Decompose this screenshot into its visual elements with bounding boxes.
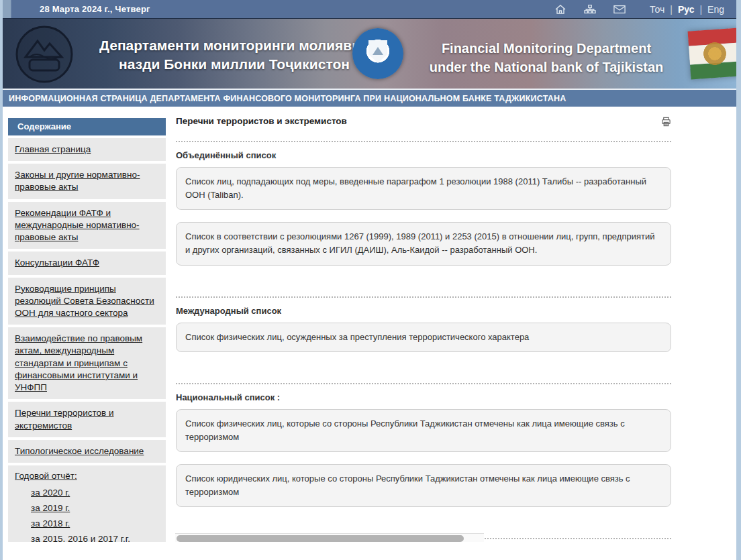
sidebar-header: Содержание [8, 118, 166, 135]
section-heading: Объединённый список [176, 150, 671, 160]
current-date: 28 Марта 2024 г., Четверг [40, 4, 150, 14]
sidebar-item-label[interactable]: Перечни террористов и экстремистов [15, 408, 113, 430]
dotted-separator [176, 296, 671, 298]
main-content: Перечни террористов и экстремистов Объед… [176, 112, 671, 542]
sidebar-item-laws[interactable]: Законы и другие нормативно-правовые акты [8, 164, 166, 199]
sidebar-item-label[interactable]: Законы и другие нормативно-правовые акты [15, 170, 140, 192]
horizontal-scrollbar[interactable] [175, 533, 484, 542]
list-item-taliban-1988[interactable]: Список лиц, подпадающих под меры, введен… [176, 167, 671, 210]
sidebar-year-label[interactable]: за 2015, 2016 и 2017 г.г. [31, 534, 130, 542]
header-title-tajik-line1: Департаменти мониторинги молиявии [87, 36, 382, 55]
lang-rus[interactable]: Рус [678, 4, 695, 15]
print-icon[interactable] [661, 117, 671, 127]
sitemap-icon[interactable] [584, 4, 596, 15]
header-title-english-line2: under the National bank of Tajikistan [405, 58, 687, 76]
sidebar-item-label[interactable]: Рекомендации ФАТФ и международные нормат… [15, 208, 140, 242]
sidebar-item-label[interactable]: Типологическое исследование [15, 446, 144, 456]
sidebar-item-interaction[interactable]: Взаимодействие по правовым актам, междун… [8, 327, 166, 399]
sidebar-annual-report-block: Годовой отчёт: за 2020 г. за 2019 г. за … [8, 465, 166, 542]
top-bar: 28 Марта 2024 г., Четверг Точ | Рус | En… [3, 0, 736, 18]
mail-icon[interactable] [613, 4, 626, 15]
section-national-list: Национальный список : Список физических … [176, 392, 671, 539]
site-header: Департаменти мониторинги молиявии назди … [3, 18, 736, 89]
header-title-tajik: Департаменти мониторинги молиявии назди … [87, 36, 382, 74]
section-international-list: Международный список Список физических л… [176, 306, 671, 383]
sidebar-year-2020[interactable]: за 2020 г. [31, 485, 159, 500]
sidebar-year-2019[interactable]: за 2019 г. [31, 500, 159, 516]
sidebar-item-label[interactable]: Консультации ФАТФ [15, 258, 99, 268]
list-item-isil-alqaida-1267[interactable]: Список в соответствии с резолюциями 1267… [176, 222, 671, 265]
info-banner: ИНФОРМАЦИОННАЯ СТРАНИЦА ДЕПАРТАМЕНТА ФИН… [3, 89, 736, 107]
sidebar-item-label[interactable]: Взаимодействие по правовым актам, междун… [15, 333, 142, 392]
sidebar-year-label[interactable]: за 2018 г. [31, 518, 70, 528]
sidebar-item-fatf-consultations[interactable]: Консультации ФАТФ [8, 251, 166, 274]
list-item-national-individuals[interactable]: Список физических лиц, которые со сторон… [176, 409, 671, 452]
section-unified-list: Объединённый список Список лиц, подпадаю… [176, 150, 671, 296]
lang-separator: | [670, 4, 673, 15]
sidebar-item-typology-research[interactable]: Типологическое исследование [8, 440, 166, 463]
sidebar-item-un-guidelines[interactable]: Руководящие принципы резолюций Совета Бе… [8, 278, 166, 325]
list-item-national-legal-entities[interactable]: Список юридических лиц, которые со сторо… [176, 464, 671, 507]
sidebar-year-2018[interactable]: за 2018 г. [31, 516, 159, 531]
info-banner-text: ИНФОРМАЦИОННАЯ СТРАНИЦА ДЕПАРТАМЕНТА ФИН… [9, 94, 566, 103]
sidebar: Содержание Главная страница Законы и дру… [8, 118, 166, 542]
list-item-convicted-persons[interactable]: Список физических лиц, осужденных за пре… [176, 323, 671, 352]
sidebar-item-label[interactable]: Руководящие принципы резолюций Совета Бе… [15, 284, 154, 318]
lang-separator: | [699, 4, 702, 15]
sidebar-year-2015-2017[interactable]: за 2015, 2016 и 2017 г.г. [31, 531, 159, 542]
lang-toj[interactable]: Точ [650, 4, 664, 15]
section-heading: Международный список [176, 306, 671, 316]
sidebar-item-annual-report[interactable]: Годовой отчёт: [15, 471, 159, 481]
horizontal-scrollbar-thumb[interactable] [177, 535, 464, 542]
tajikistan-flag-icon [688, 27, 736, 79]
page-title: Перечни террористов и экстремистов [176, 116, 347, 126]
header-title-english-line1: Financial Monitoring Department [405, 39, 687, 58]
national-bank-logo-icon [15, 25, 74, 84]
sidebar-item-fatf-recommendations[interactable]: Рекомендации ФАТФ и международные нормат… [8, 202, 166, 249]
sidebar-item-terrorist-lists[interactable]: Перечни террористов и экстремистов [8, 402, 166, 437]
sidebar-item-label[interactable]: Главная страница [15, 144, 91, 154]
page: 28 Марта 2024 г., Четверг Точ | Рус | En… [0, 0, 741, 560]
dotted-separator [176, 383, 671, 384]
department-emblem-icon [352, 28, 403, 79]
dotted-separator [176, 141, 671, 142]
sidebar-year-label[interactable]: за 2020 г. [31, 488, 70, 498]
sidebar-year-label[interactable]: за 2019 г. [31, 503, 70, 513]
language-switcher: Точ | Рус | Eng [650, 4, 724, 15]
section-heading: Национальный список : [176, 392, 671, 402]
header-title-english: Financial Monitoring Department under th… [405, 39, 687, 76]
sidebar-item-home[interactable]: Главная страница [8, 138, 166, 161]
header-title-tajik-line2: назди Бонки миллии Тоҷикистон [87, 55, 382, 74]
home-icon[interactable] [554, 4, 566, 15]
lang-eng[interactable]: Eng [707, 4, 724, 15]
